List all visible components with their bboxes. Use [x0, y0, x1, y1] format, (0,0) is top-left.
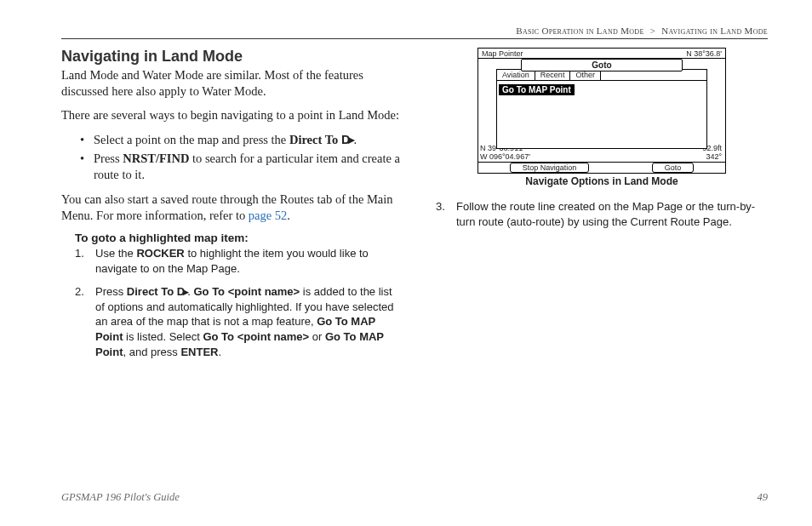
screenshot-stop-nav-button: Stop Navigation — [510, 163, 590, 173]
content-columns: Navigating in Land Mode Land Mode and Wa… — [61, 48, 768, 368]
intro-paragraph-1: Land Mode and Water Mode are similar. Mo… — [61, 67, 403, 99]
coord-brg: 342° — [702, 152, 722, 161]
steps-heading: To goto a highlighted map item: — [75, 232, 403, 244]
intro-paragraph-2: There are several ways to begin navigati… — [61, 107, 403, 123]
step-2-a: Press — [95, 285, 127, 298]
step-3-text: Follow the route line created on the Map… — [456, 200, 755, 228]
footer-page-number: 49 — [758, 491, 769, 504]
step-3-number: 3. — [436, 199, 445, 214]
right-steps-list: 3. Follow the route line created on the … — [436, 199, 768, 229]
bullet-dot-icon: • — [80, 151, 84, 167]
device-screenshot: Map Pointer N 38°36.8' Goto Aviation Rec… — [477, 48, 726, 174]
step-2-direct-to: Direct To — [127, 285, 177, 298]
bullet-item-1: • Select a point on the map and press th… — [61, 132, 403, 148]
routes-text-b: . — [287, 209, 290, 222]
breadcrumb-separator: > — [650, 26, 656, 36]
bullet-1-text-c: . — [353, 133, 357, 146]
bullet-2-nrst-find: NRST/FIND — [123, 152, 189, 165]
screenshot-button-row: Stop Navigation Goto — [478, 162, 725, 173]
step-3: 3. Follow the route line created on the … — [436, 199, 768, 229]
direct-to-icon: D▸ — [177, 285, 187, 298]
screenshot-titlebar: Goto — [521, 59, 683, 71]
routes-paragraph: You can also start a saved route through… — [61, 192, 403, 223]
step-2-m: . — [219, 346, 222, 358]
step-2-enter: ENTER — [180, 346, 218, 358]
bullet-item-2: • Press NRST/FIND to search for a partic… — [61, 151, 403, 183]
bullet-2-text-a: Press — [94, 152, 123, 165]
step-2: 2. Press Direct To D▸. Go To <point name… — [61, 284, 403, 359]
step-2-goto-point-2: Go To <point name> — [203, 330, 309, 343]
breadcrumb-page: Navigating in Land Mode — [661, 26, 768, 36]
right-column: Map Pointer N 38°36.8' Goto Aviation Rec… — [436, 48, 768, 368]
breadcrumb-section: Basic Operation in Land Mode — [516, 26, 643, 36]
screenshot-goto-button: Goto — [652, 163, 695, 173]
routes-text-a: You can also start a saved route through… — [61, 192, 393, 222]
screenshot-top-right: N 38°36.8' — [686, 49, 722, 58]
step-1-number: 1. — [75, 246, 84, 261]
step-2-i: or — [309, 330, 325, 343]
screenshot-top-left: Map Pointer — [482, 49, 523, 58]
breadcrumb: Basic Operation in Land Mode > Navigatin… — [61, 26, 768, 36]
screenshot-top-bar: Map Pointer N 38°36.8' — [478, 49, 725, 59]
page-footer: GPSMAP 196 Pilot's Guide 49 — [61, 491, 768, 504]
header-rule — [61, 38, 768, 39]
page-root: Basic Operation in Land Mode > Navigatin… — [0, 0, 812, 526]
screenshot-panel: Aviation Recent Other Go To MAP Point — [496, 69, 707, 149]
step-2-g: is listed. Select — [123, 330, 203, 343]
screenshot-highlighted-option: Go To MAP Point — [499, 84, 575, 95]
step-1: 1. Use the ROCKER to highlight the item … — [61, 246, 403, 276]
step-2-k: , and press — [123, 346, 181, 358]
steps-list: 1. Use the ROCKER to highlight the item … — [61, 246, 403, 359]
footer-guide-name: GPSMAP 196 Pilot's Guide — [61, 491, 180, 504]
step-1-rocker: ROCKER — [136, 247, 184, 260]
figure-caption: Navigate Options in Land Mode — [477, 175, 726, 187]
step-2-goto-point: Go To <point name> — [193, 285, 300, 298]
figure: Map Pointer N 38°36.8' Goto Aviation Rec… — [477, 48, 726, 187]
step-2-number: 2. — [75, 284, 84, 300]
bullet-list: • Select a point on the map and press th… — [61, 132, 403, 184]
bullet-1-direct-to: Direct To — [289, 133, 341, 146]
page-title: Navigating in Land Mode — [61, 48, 403, 66]
page-52-link[interactable]: page 52 — [249, 209, 288, 222]
bullet-1-text-a: Select a point on the map and press the — [94, 133, 289, 146]
step-1-a: Use the — [95, 247, 136, 260]
coord-lon: W 096°04.967' — [480, 152, 530, 161]
direct-to-icon: D▸ — [341, 133, 353, 146]
bullet-dot-icon: • — [80, 132, 84, 148]
left-column: Navigating in Land Mode Land Mode and Wa… — [61, 48, 403, 368]
